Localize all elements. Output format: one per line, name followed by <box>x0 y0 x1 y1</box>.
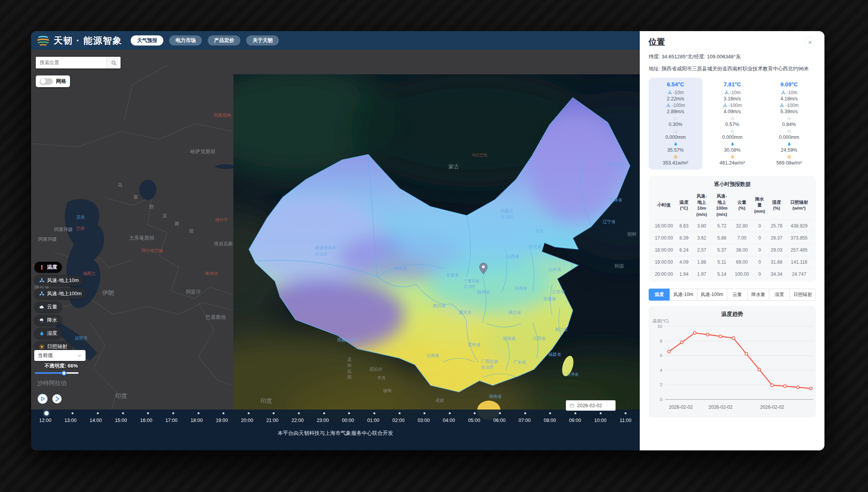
timeline-hour-08:00[interactable]: 08:00 <box>538 418 562 423</box>
nav-tab-3[interactable]: 产品定价 <box>208 35 240 46</box>
timeline-hour-14:00[interactable]: 14:00 <box>84 418 107 423</box>
layer-button-云量[interactable]: 云量 <box>34 301 62 312</box>
timeline-dot-13:00[interactable] <box>72 412 74 414</box>
map-label: 兹 <box>133 194 138 200</box>
map-label: 山东省 <box>548 267 561 271</box>
layer-label: 风速-地上10m <box>47 277 79 284</box>
map-label: 青海省 <box>394 266 407 271</box>
chart-tab-温度[interactable]: 温度 <box>649 289 670 301</box>
timeline-dot-07:00[interactable] <box>524 412 526 414</box>
sun-icon <box>787 154 792 159</box>
timeline-dot-01:00[interactable] <box>373 412 375 414</box>
chart-tab-日照辐射[interactable]: 日照辐射 <box>790 289 816 301</box>
chart-tab-风速-100m[interactable]: 风速-100m <box>697 289 727 301</box>
weather-card-1: 6.54°C-10m2.22m/s-100m2.89m/s0.30%0.000m… <box>649 78 702 170</box>
timeline-dot-09:00[interactable] <box>574 412 576 414</box>
timeline-dot-08:00[interactable] <box>549 412 551 414</box>
timeline-dot-06:00[interactable] <box>499 412 501 414</box>
timeline-hour-09:00[interactable]: 09:00 <box>564 418 587 423</box>
timeline-dot-12:00[interactable] <box>44 411 49 415</box>
timeline-hour-02:00[interactable]: 02:00 <box>387 418 410 423</box>
timeline-dot-02:00[interactable] <box>399 412 401 414</box>
table-column-header: 日照辐射(w/m²) <box>786 191 813 220</box>
chart-tab-云量[interactable]: 云量 <box>727 289 748 301</box>
timeline-hour-16:00[interactable]: 16:00 <box>135 418 158 423</box>
timeline-dot-03:00[interactable] <box>424 412 425 414</box>
panel-close-button[interactable] <box>804 37 816 48</box>
timeline-dot-17:00[interactable] <box>172 412 174 414</box>
timeline-hour-22:00[interactable]: 22:00 <box>286 418 309 423</box>
nav-tab-1[interactable]: 天气预报 <box>131 35 163 46</box>
timeline-dot-20:00[interactable] <box>248 412 250 414</box>
search-button[interactable] <box>106 57 121 68</box>
timeline-hour-11:00[interactable]: 11:00 <box>614 418 637 423</box>
nav-tabs: 天气预报电力市场产品定价关于天韧 <box>131 35 279 46</box>
timeline-hour-03:00[interactable]: 03:00 <box>412 418 436 423</box>
timeline-hour-01:00[interactable]: 01:00 <box>362 418 385 423</box>
timeline-dot-18:00[interactable] <box>198 412 200 414</box>
nav-tab-2[interactable]: 电力市场 <box>169 35 202 46</box>
map-label: 北京 <box>536 229 543 233</box>
timeline-hour-04:00[interactable]: 04:00 <box>437 418 460 423</box>
svg-text:2026-02-02: 2026-02-02 <box>669 404 693 410</box>
timeline-hour-19:00[interactable]: 19:00 <box>210 418 234 423</box>
sun-icon <box>39 344 45 350</box>
sun-icon <box>730 154 735 159</box>
svg-text:2026-02-02: 2026-02-02 <box>709 404 733 410</box>
timeline-dot-19:00[interactable] <box>222 412 224 414</box>
svg-text:10: 10 <box>658 324 662 329</box>
timeline-hour-12:00[interactable]: 12:00 <box>33 418 57 423</box>
map-label: 伊朗 <box>102 289 114 296</box>
timeline-hour-07:00[interactable]: 07:00 <box>513 418 536 423</box>
wind-icon <box>779 103 784 108</box>
map-label: 山西省 <box>507 254 520 259</box>
layer-button-湿度[interactable]: 湿度 <box>34 328 62 339</box>
timeline-hour-20:00[interactable]: 20:00 <box>235 418 259 423</box>
timeline-hour-13:00[interactable]: 13:00 <box>59 418 82 423</box>
timeline-dot-16:00[interactable] <box>147 412 149 414</box>
droplet-icon <box>673 142 678 147</box>
timeline-dot-14:00[interactable] <box>97 412 99 414</box>
calendar-icon <box>569 403 574 408</box>
layer-button-温度[interactable]: 温度 <box>34 262 62 273</box>
timeline-hour-18:00[interactable]: 18:00 <box>185 418 208 423</box>
map-label: 不丹 <box>377 376 386 380</box>
value-mode-select[interactable]: 当前值 <box>34 350 86 361</box>
layer-button-降水[interactable]: 降水 <box>34 315 62 326</box>
nav-tab-4[interactable]: 关于天韧 <box>246 35 279 46</box>
timeline-dot-21:00[interactable] <box>273 412 275 414</box>
table-body: 16:00:008.633.805.7232.80025.78438.92917… <box>652 220 813 280</box>
timeline-dot-22:00[interactable] <box>298 412 300 414</box>
timeline-dot-11:00[interactable] <box>625 412 626 414</box>
date-picker[interactable]: 2026-02-02 <box>566 400 616 411</box>
table-row: 17:00:008.393.625.887.00026.37373.855 <box>652 232 813 244</box>
grid-toggle[interactable] <box>40 78 53 85</box>
layer-button-风速-地上10m[interactable]: 风速-地上10m <box>34 275 84 286</box>
timeline-hour-21:00[interactable]: 21:00 <box>261 418 284 423</box>
svg-text:6: 6 <box>660 353 662 358</box>
timeline-dot-15:00[interactable] <box>122 412 124 414</box>
timeline-hour-10:00[interactable]: 10:00 <box>589 418 612 423</box>
timeline-dot-23:00[interactable] <box>323 412 325 414</box>
timeline-dot-00:00[interactable] <box>348 412 350 414</box>
map-label: 国 <box>347 375 352 379</box>
timeline-hour-06:00[interactable]: 06:00 <box>488 418 511 423</box>
map-canvas[interactable]: 哈萨克斯坦阿斯塔纳乌兹别克斯坦土库曼斯坦阿什哈巴德塔吉克斯坦塔什干里海巴库阿塞拜… <box>31 50 640 450</box>
chart-tab-降水量[interactable]: 降水量 <box>748 289 769 301</box>
table-column-header: 风速-地上10m(m/s) <box>692 191 711 220</box>
search-input[interactable] <box>36 57 106 68</box>
opacity-slider[interactable] <box>35 372 79 374</box>
timeline-dot-04:00[interactable] <box>449 412 451 414</box>
timeline-hour-00:00[interactable]: 00:00 <box>336 418 360 423</box>
timeline-hour-23:00[interactable]: 23:00 <box>311 418 334 423</box>
chart-tab-风速-10m[interactable]: 风速-10m <box>670 289 697 301</box>
timeline-hour-05:00[interactable]: 05:00 <box>462 418 486 423</box>
timeline-dot-05:00[interactable] <box>474 412 476 414</box>
timeline-hour-15:00[interactable]: 15:00 <box>109 418 133 423</box>
play-button[interactable] <box>37 394 48 404</box>
chart-tab-湿度[interactable]: 湿度 <box>769 289 790 301</box>
timeline-hour-17:00[interactable]: 17:00 <box>160 418 183 423</box>
step-forward-button[interactable] <box>52 394 62 404</box>
layer-button-风速-地上100m[interactable]: 风速-地上100m <box>34 288 86 299</box>
timeline-dot-10:00[interactable] <box>600 412 602 414</box>
